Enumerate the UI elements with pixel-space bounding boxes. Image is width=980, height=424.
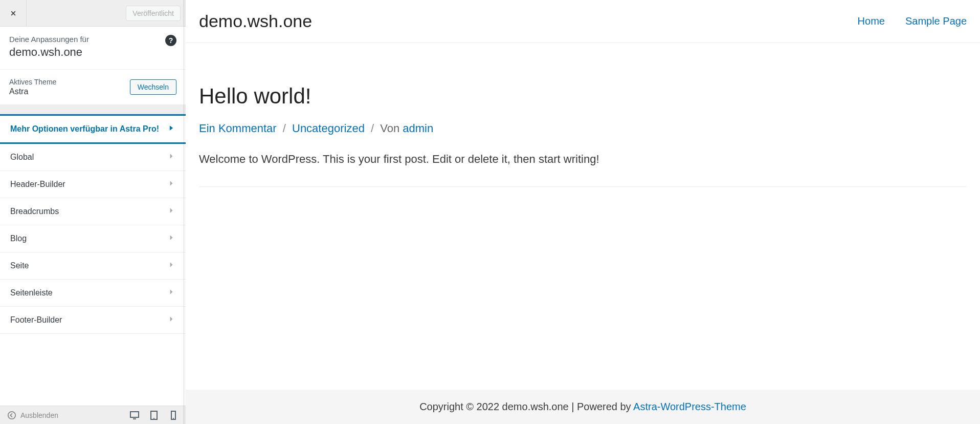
device-tablet-button[interactable] xyxy=(149,410,159,420)
panel-label: Blog xyxy=(10,234,27,243)
svg-point-0 xyxy=(8,411,15,418)
primary-nav: Home Sample Page xyxy=(858,15,967,27)
site-name: demo.wsh.one xyxy=(9,46,176,59)
active-theme-label: Aktives Theme xyxy=(9,78,56,86)
post-author-link[interactable]: admin xyxy=(403,122,433,135)
svg-point-5 xyxy=(173,418,174,419)
svg-rect-1 xyxy=(130,412,139,417)
panel-label: Header-Builder xyxy=(10,180,65,189)
sidebar-header: Veröffentlicht xyxy=(0,0,186,27)
panel-label: Seitenleiste xyxy=(10,288,53,298)
panel-label: Global xyxy=(10,153,34,162)
nav-link-sample-page[interactable]: Sample Page xyxy=(905,15,967,27)
panel-seite[interactable]: Seite xyxy=(0,252,186,280)
panel-label: Mehr Optionen verfügbar in Astra Pro! xyxy=(10,124,159,134)
panel-label: Seite xyxy=(10,261,29,270)
collapse-label: Ausblenden xyxy=(20,411,58,419)
panel-breadcrumbs[interactable]: Breadcrumbs xyxy=(0,198,186,225)
footer-theme-link[interactable]: Astra-WordPress-Theme xyxy=(633,401,746,412)
customizer-panel-list[interactable]: Mehr Optionen verfügbar in Astra Pro! Gl… xyxy=(0,114,186,424)
meta-separator: / xyxy=(283,122,286,135)
help-icon[interactable]: ? xyxy=(165,35,176,46)
collapse-sidebar-button[interactable]: Ausblenden xyxy=(7,411,58,420)
chevron-right-icon xyxy=(167,261,175,271)
post-content: Welcome to WordPress. This is your first… xyxy=(199,153,967,187)
active-theme-panel: Aktives Theme Astra Wechseln xyxy=(0,70,186,105)
close-customizer-button[interactable] xyxy=(0,0,27,27)
post-title[interactable]: Hello world! xyxy=(199,84,967,109)
chevron-right-icon xyxy=(167,179,175,189)
meta-separator: / xyxy=(371,122,374,135)
chevron-right-icon xyxy=(167,124,175,134)
post-author-prefix: Von xyxy=(380,122,403,135)
preview-body: Hello world! Ein Kommentar / Uncategoriz… xyxy=(186,43,980,390)
chevron-right-icon xyxy=(167,152,175,162)
active-theme-name: Astra xyxy=(9,87,56,96)
chevron-right-icon xyxy=(167,288,175,298)
post-meta: Ein Kommentar / Uncategorized / Von admi… xyxy=(199,122,967,135)
svg-point-3 xyxy=(153,418,154,419)
chevron-right-icon xyxy=(167,315,175,325)
device-preview-icons xyxy=(129,410,179,420)
post-comments-link[interactable]: Ein Kommentar xyxy=(199,122,277,135)
post-category-link[interactable]: Uncategorized xyxy=(292,122,365,135)
preview-site-title[interactable]: demo.wsh.one xyxy=(199,11,312,31)
publish-button[interactable]: Veröffentlicht xyxy=(126,6,181,21)
customizing-site-info: Deine Anpassungen für demo.wsh.one ? xyxy=(0,27,186,70)
panel-astra-pro-promo[interactable]: Mehr Optionen verfügbar in Astra Pro! xyxy=(0,114,186,144)
panel-label: Breadcrumbs xyxy=(10,207,59,216)
close-icon xyxy=(9,9,18,18)
desktop-icon xyxy=(129,410,140,420)
mobile-icon xyxy=(168,410,179,420)
panel-global[interactable]: Global xyxy=(0,144,186,171)
tablet-icon xyxy=(149,410,159,420)
chevron-right-icon xyxy=(167,234,175,244)
panel-label: Footer-Builder xyxy=(10,315,62,325)
change-theme-button[interactable]: Wechseln xyxy=(130,79,176,95)
sidebar-footer: Ausblenden xyxy=(0,406,186,424)
chevron-right-icon xyxy=(167,206,175,217)
preview-header: demo.wsh.one Home Sample Page xyxy=(186,0,980,43)
panel-blog[interactable]: Blog xyxy=(0,225,186,252)
site-preview: demo.wsh.one Home Sample Page Hello worl… xyxy=(186,0,980,424)
collapse-icon xyxy=(7,411,16,420)
device-mobile-button[interactable] xyxy=(168,410,179,420)
panel-footer-builder[interactable]: Footer-Builder xyxy=(0,307,186,334)
footer-copyright: Copyright © 2022 demo.wsh.one | Powered … xyxy=(419,401,633,412)
customizer-sidebar: Veröffentlicht Deine Anpassungen für dem… xyxy=(0,0,186,424)
sidebar-separator xyxy=(0,105,186,114)
device-desktop-button[interactable] xyxy=(129,410,140,420)
customizing-label: Deine Anpassungen für xyxy=(9,35,176,44)
preview-footer: Copyright © 2022 demo.wsh.one | Powered … xyxy=(186,390,980,424)
nav-link-home[interactable]: Home xyxy=(858,15,885,27)
panel-header-builder[interactable]: Header-Builder xyxy=(0,171,186,198)
panel-seitenleiste[interactable]: Seitenleiste xyxy=(0,280,186,307)
